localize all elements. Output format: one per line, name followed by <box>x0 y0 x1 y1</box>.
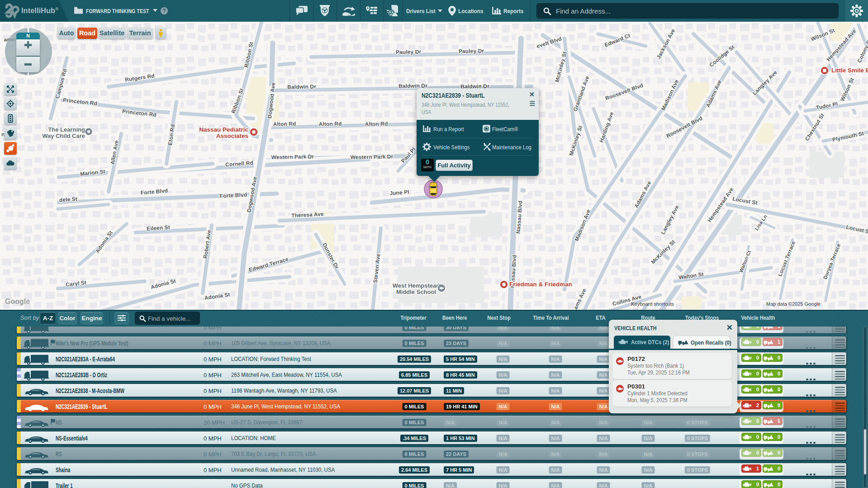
svg-text:Alton Rd: Alton Rd <box>365 121 388 128</box>
svg-text:Keyboard shortcuts: Keyboard shortcuts <box>631 301 674 307</box>
svg-text:Pauley Dr: Pauley Dr <box>459 48 484 55</box>
svg-text:Associates: Associates <box>216 133 248 139</box>
svg-text:Pauley Dr: Pauley Dr <box>396 49 422 56</box>
svg-text:The Learning: The Learning <box>48 126 85 133</box>
svg-text:Little Smile Big: Little Smile Big <box>831 67 868 74</box>
svg-text:Friedman & Friedman: Friedman & Friedman <box>509 281 572 288</box>
svg-text:Nassau Pediatric: Nassau Pediatric <box>199 126 248 133</box>
svg-text:Baldwin Dr: Baldwin Dr <box>287 83 316 90</box>
svg-text:Map data ©2025 Google: Map data ©2025 Google <box>766 301 821 307</box>
svg-text:Middle School: Middle School <box>396 289 436 295</box>
svg-text:Western Park Dr: Western Park Dr <box>271 153 314 161</box>
svg-text:Alton Rd: Alton Rd <box>318 121 342 128</box>
svg-text:Google: Google <box>5 298 30 305</box>
svg-text:Western Park Dr: Western Park Dr <box>351 153 394 161</box>
svg-text:dele St: dele St <box>59 196 78 204</box>
svg-text:Way Child Care: Way Child Care <box>42 133 85 139</box>
svg-text:Alton Rd: Alton Rd <box>273 121 296 128</box>
svg-text:West Hempstead: West Hempstead <box>393 282 440 289</box>
